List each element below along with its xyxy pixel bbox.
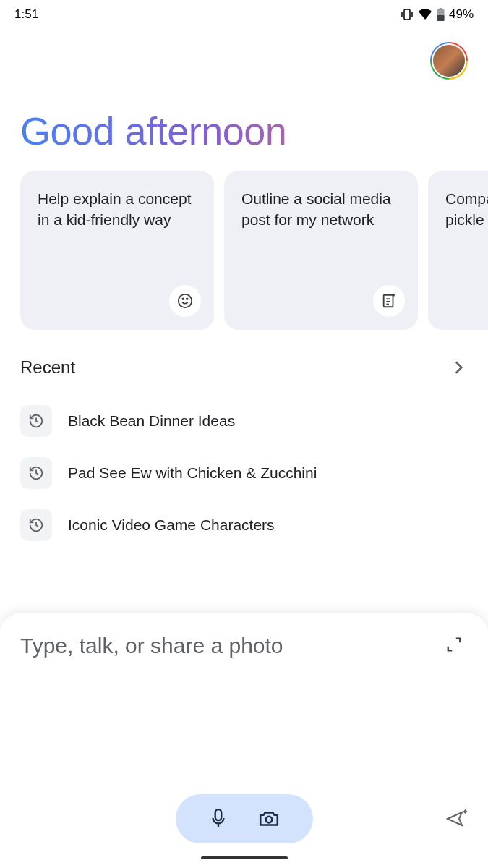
status-right: 49% <box>401 7 474 22</box>
document-add-icon <box>373 285 405 317</box>
action-row <box>20 794 468 856</box>
prompt-input[interactable]: Type, talk, or share a photo <box>20 634 440 658</box>
vibrate-icon <box>401 9 414 20</box>
svg-rect-15 <box>215 809 221 820</box>
wifi-icon <box>418 9 432 20</box>
home-indicator[interactable] <box>201 856 288 859</box>
history-icon <box>20 509 52 541</box>
recent-item[interactable]: Black Bean Dinner Ideas <box>20 395 468 447</box>
battery-icon <box>437 8 445 21</box>
suggestion-cards[interactable]: Help explain a concept in a kid-friendly… <box>0 171 488 330</box>
status-time: 1:51 <box>14 7 38 22</box>
suggestion-card[interactable]: Compare different pickle <box>428 171 488 330</box>
suggestion-text: Help explain a concept in a kid-friendly… <box>38 188 197 231</box>
svg-point-8 <box>187 298 188 299</box>
recent-header[interactable]: Recent <box>20 357 468 378</box>
recent-section: Recent Black Bean Dinner Ideas Pad See E… <box>0 330 488 551</box>
recent-item[interactable]: Iconic Video Game Characters <box>20 499 468 551</box>
svg-point-17 <box>265 817 272 823</box>
send-button[interactable] <box>446 809 468 828</box>
suggestion-card[interactable]: Outline a social media post for my netwo… <box>224 171 418 330</box>
battery-text: 49% <box>449 7 474 22</box>
history-icon <box>20 457 52 489</box>
input-sheet: Type, talk, or share a photo <box>0 613 488 868</box>
voice-camera-pill <box>176 794 313 843</box>
chevron-right-icon[interactable] <box>449 358 468 377</box>
svg-rect-5 <box>437 15 444 21</box>
status-bar: 1:51 49% <box>0 0 488 29</box>
suggestion-card[interactable]: Help explain a concept in a kid-friendly… <box>20 171 214 330</box>
account-avatar[interactable] <box>430 42 468 80</box>
recent-item-label: Black Bean Dinner Ideas <box>68 412 235 430</box>
svg-rect-3 <box>439 8 442 9</box>
svg-point-7 <box>182 298 184 299</box>
history-icon <box>20 405 52 437</box>
svg-rect-0 <box>404 9 410 20</box>
recent-item[interactable]: Pad See Ew with Chicken & Zucchini <box>20 447 468 499</box>
suggestion-text: Compare different pickle <box>445 188 488 231</box>
greeting-title: Good afternoon <box>0 85 488 171</box>
suggestion-text: Outline a social media post for my netwo… <box>241 188 401 231</box>
smile-icon <box>169 285 201 317</box>
recent-item-label: Pad See Ew with Chicken & Zucchini <box>68 464 317 482</box>
recent-item-label: Iconic Video Game Characters <box>68 516 275 534</box>
camera-icon[interactable] <box>258 809 280 828</box>
svg-point-6 <box>179 294 192 307</box>
microphone-icon[interactable] <box>209 808 228 830</box>
recent-title: Recent <box>20 357 75 378</box>
expand-button[interactable] <box>440 634 468 655</box>
